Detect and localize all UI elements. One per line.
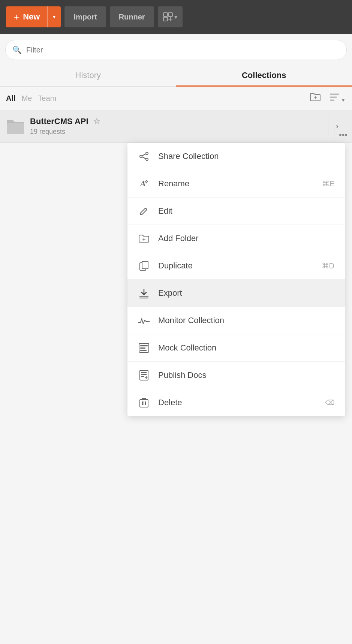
star-icon[interactable]: ☆ — [93, 117, 100, 126]
svg-point-12 — [140, 155, 142, 157]
menu-label-share: Share Collection — [158, 151, 334, 161]
edit-icon — [138, 205, 150, 217]
collection-meta: 19 requests — [30, 128, 325, 136]
filter-input[interactable] — [26, 46, 340, 54]
sort-icon — [329, 92, 340, 102]
svg-rect-30 — [140, 370, 148, 380]
menu-shortcut-rename: ⌘E — [322, 179, 334, 188]
sort-dropdown-arrow: ▾ — [342, 97, 345, 103]
plus-icon: + — [13, 11, 19, 23]
add-folder-icon — [310, 92, 321, 102]
svg-rect-28 — [140, 347, 145, 349]
filter-team[interactable]: Team — [38, 94, 56, 103]
filter-me[interactable]: Me — [22, 94, 32, 103]
filter-all[interactable]: All — [6, 94, 16, 103]
menu-label-mock: Mock Collection — [158, 343, 334, 353]
new-button[interactable]: + New ▾ — [6, 6, 61, 27]
svg-rect-10 — [7, 123, 24, 134]
menu-item-export[interactable]: Export — [127, 280, 345, 307]
filter-bar-actions: ▾ — [308, 90, 346, 106]
menu-label-export: Export — [158, 288, 334, 298]
menu-label-rename: Rename — [158, 179, 314, 189]
tabs: History Collections — [0, 63, 352, 87]
context-menu: Share Collection A Rename ⌘E Edit — [127, 143, 345, 416]
filter-input-wrap: 🔍 — [5, 40, 347, 60]
menu-label-delete: Delete — [158, 398, 317, 407]
sort-button[interactable]: ▾ — [328, 91, 346, 106]
delete-icon — [138, 397, 150, 409]
svg-line-19 — [145, 208, 147, 210]
new-dropdown-arrow[interactable]: ▾ — [48, 6, 61, 27]
duplicate-icon — [138, 260, 150, 272]
toolbar: + New ▾ Import Runner ▾ — [0, 0, 352, 34]
add-folder-menu-icon — [138, 232, 150, 244]
filter-area: 🔍 — [0, 34, 352, 63]
tab-collections[interactable]: Collections — [176, 63, 352, 86]
svg-point-11 — [146, 152, 148, 154]
menu-label-monitor: Monitor Collection — [158, 316, 334, 325]
mock-icon — [138, 342, 150, 354]
svg-rect-2 — [163, 17, 168, 21]
collection-item: ButterCMS API ☆ 19 requests › ••• — [0, 110, 352, 143]
collection-name-text: ButterCMS API — [30, 117, 88, 126]
filter-bar: All Me Team ▾ — [0, 87, 352, 110]
svg-line-15 — [142, 157, 146, 159]
collection-info: ButterCMS API ☆ 19 requests — [30, 117, 325, 136]
svg-line-17 — [146, 180, 148, 182]
workspace-button[interactable]: ▾ — [158, 6, 183, 27]
import-button[interactable]: Import — [64, 6, 106, 27]
workspace-icon — [163, 12, 173, 21]
new-label: New — [23, 12, 40, 22]
collection-folder-icon — [6, 117, 25, 136]
menu-item-duplicate[interactable]: Duplicate ⌘D — [127, 252, 345, 280]
menu-item-add-folder[interactable]: Add Folder — [127, 225, 345, 252]
publish-docs-icon — [138, 369, 150, 381]
add-folder-button[interactable] — [308, 90, 322, 106]
svg-text:A: A — [139, 179, 146, 188]
menu-item-monitor[interactable]: Monitor Collection — [127, 307, 345, 334]
svg-rect-1 — [168, 13, 172, 16]
rename-icon: A — [138, 178, 150, 190]
menu-item-publish-docs[interactable]: Publish Docs — [127, 362, 345, 389]
svg-line-14 — [142, 154, 146, 156]
menu-label-add-folder: Add Folder — [158, 234, 334, 243]
menu-label-edit: Edit — [158, 206, 334, 216]
menu-shortcut-delete: ⌫ — [325, 398, 334, 407]
menu-item-delete[interactable]: Delete ⌫ — [127, 389, 345, 416]
menu-item-mock[interactable]: Mock Collection — [127, 334, 345, 362]
share-icon — [138, 150, 150, 162]
search-icon: 🔍 — [12, 45, 22, 54]
tab-history[interactable]: History — [0, 63, 176, 86]
svg-point-13 — [146, 158, 148, 160]
menu-item-share[interactable]: Share Collection — [127, 143, 345, 170]
menu-item-rename[interactable]: A Rename ⌘E — [127, 170, 345, 198]
collection-name-row: ButterCMS API ☆ — [30, 117, 325, 126]
menu-label-publish-docs: Publish Docs — [158, 370, 334, 380]
runner-button[interactable]: Runner — [110, 6, 154, 27]
menu-item-edit[interactable]: Edit — [127, 198, 345, 225]
menu-shortcut-duplicate: ⌘D — [322, 261, 334, 270]
collection-more-button[interactable]: ••• — [334, 127, 352, 142]
svg-rect-0 — [163, 13, 168, 16]
workspace-dropdown-arrow: ▾ — [174, 13, 177, 21]
export-icon — [138, 287, 150, 299]
menu-label-duplicate: Duplicate — [158, 261, 313, 271]
svg-rect-29 — [140, 350, 147, 351]
monitor-icon — [138, 315, 150, 326]
svg-rect-23 — [142, 261, 148, 269]
svg-rect-27 — [140, 345, 148, 346]
